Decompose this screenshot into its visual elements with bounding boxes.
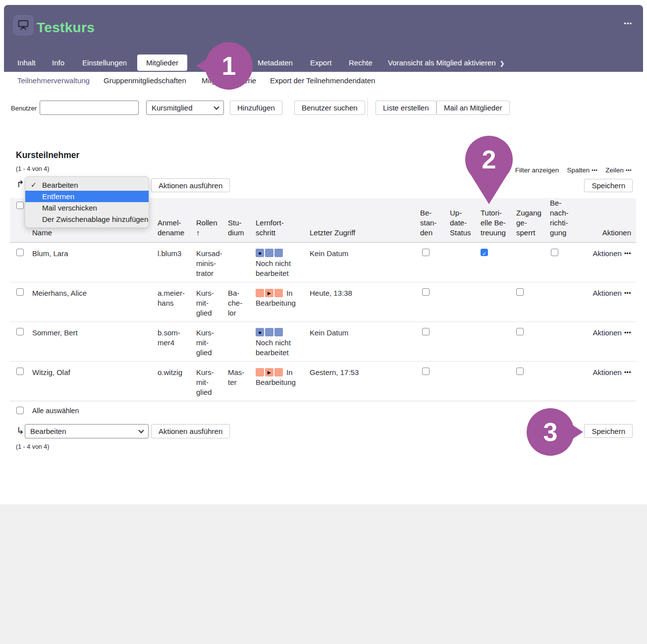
row-actions-link[interactable]: Aktionen••• <box>593 288 636 298</box>
subnav-teilnehmerverwaltung[interactable]: Teilnehmerverwaltung <box>17 76 90 85</box>
col-header-update-status[interactable]: Up- date- Status <box>450 208 481 243</box>
columns-link[interactable]: Spalten••• <box>567 166 597 174</box>
col-header-benachrichtigung[interactable]: Be- nach- richti- gung <box>550 198 592 243</box>
role-select-value: Kursmitglied <box>152 104 193 112</box>
divider <box>367 98 368 117</box>
svg-text:3: 3 <box>543 418 558 446</box>
row-select-checkbox[interactable] <box>16 368 24 375</box>
col-header-anmeldename[interactable]: Anmel- dename <box>158 218 196 243</box>
passed-checkbox[interactable] <box>422 288 430 296</box>
access-locked-checkbox[interactable] <box>516 288 524 296</box>
menu-item-zwischenablage[interactable]: Der Zwischenablage hinzufügen <box>25 214 149 225</box>
tab-inhalt[interactable]: Inhalt <box>17 54 36 71</box>
rows-link[interactable]: Zeilen••• <box>605 166 632 174</box>
access-locked-checkbox[interactable] <box>516 328 524 335</box>
presentation-board-icon <box>17 19 30 32</box>
learning-progress: Noch nicht bearbeitet <box>256 328 305 358</box>
tab-mitglieder-active[interactable]: Mitglieder <box>137 54 187 71</box>
callout-pin-2: 2 <box>464 136 514 204</box>
menu-item-mail-verschicken[interactable]: Mail verschicken <box>25 202 149 214</box>
benutzer-input[interactable] <box>40 101 139 115</box>
col-header-letzter-zugriff[interactable]: Letzter Zugriff <box>310 228 420 243</box>
row-actions-link[interactable]: Aktionen••• <box>593 328 636 338</box>
result-count-bottom: (1 - 4 von 4) <box>16 443 49 450</box>
row-actions-link[interactable]: Aktionen••• <box>593 249 636 259</box>
save-button-top[interactable]: Speichern <box>584 179 633 192</box>
passed-checkbox[interactable] <box>422 328 430 335</box>
table-row: Witzig, Olaf o.witzig Kurs- mit- glied M… <box>10 362 636 401</box>
mail-members-button[interactable]: Mail an Mitglieder <box>436 101 510 115</box>
tab-export[interactable]: Export <box>310 54 331 71</box>
tab-info[interactable]: Info <box>52 54 64 71</box>
col-header-rollen[interactable]: Rollen↑ <box>196 218 228 243</box>
member-name: Witzig, Olaf <box>32 368 158 377</box>
row-select-checkbox[interactable] <box>16 249 24 256</box>
row-select-checkbox[interactable] <box>16 288 24 296</box>
role-select[interactable]: Kursmitglied <box>146 101 224 115</box>
section-title: Kursteilnehmer <box>16 150 79 161</box>
filter-link[interactable]: Filter anzeigen <box>515 166 559 174</box>
learning-progress: In Bearbeitung <box>256 368 305 387</box>
last-access: Heute, 13:38 <box>310 288 420 298</box>
table-row: Meierhans, Alice a.meier- hans Kurs- mit… <box>10 282 636 322</box>
check-icon: ✓ <box>31 179 37 191</box>
col-header-lernfortschritt[interactable]: Lernfort- schritt <box>256 218 310 243</box>
member-username: o.witzig <box>158 368 196 377</box>
members-table: Name Anmel- dename Rollen↑ Stu- dium Ler… <box>10 198 636 401</box>
subnav-gruppenmitgliedschaften[interactable]: Gruppenmitgliedschaften <box>104 76 186 85</box>
tab-einstellungen[interactable]: Einstellungen <box>82 54 127 71</box>
col-header-bestanden[interactable]: Be- stan- den <box>420 208 450 243</box>
learning-progress: In Bearbeitung <box>256 288 305 308</box>
save-button-bottom[interactable]: Speichern <box>584 424 633 438</box>
passed-checkbox[interactable] <box>422 368 430 375</box>
add-button[interactable]: Hinzufügen <box>230 101 282 115</box>
col-header-tutorielle-betreuung[interactable]: Tutori- elle Be- treuung <box>481 208 516 243</box>
chevron-right-icon: ❯ <box>500 60 505 67</box>
more-options-icon[interactable]: ••• <box>624 20 632 27</box>
subnav-export-teilnehmendendaten[interactable]: Export der Teilnehmendendaten <box>270 76 375 85</box>
last-access: Kein Datum <box>310 328 420 338</box>
progress-label: Noch nicht bearbeitet <box>256 338 291 357</box>
table-view-controls: Filter anzeigen Spalten••• Zeilen••• <box>515 166 632 174</box>
member-name: Blum, Lara <box>32 249 158 259</box>
menu-item-bearbeiten[interactable]: ✓Bearbeiten <box>25 179 149 191</box>
page-title: Testkurs <box>37 20 95 36</box>
progress-squares-icon <box>256 289 283 297</box>
member-studies: Ba- che- lor <box>228 288 256 318</box>
last-access: Kein Datum <box>310 249 420 259</box>
member-name: Sommer, Bert <box>32 328 158 338</box>
callout-pin-3: 3 <box>526 407 583 457</box>
bulk-action-select-value: Bearbeiten <box>30 427 66 435</box>
create-list-button[interactable]: Liste erstellen <box>376 101 436 115</box>
tutoring-checkbox[interactable] <box>481 249 488 256</box>
menu-item-entfernen[interactable]: Entfernen <box>25 191 149 202</box>
col-header-studium[interactable]: Stu- dium <box>228 218 256 243</box>
row-actions-link[interactable]: Aktionen••• <box>593 368 636 377</box>
col-header-name[interactable]: Name <box>32 228 158 243</box>
benutzer-label: Benutzer <box>11 105 37 112</box>
member-role: Kursad- minis- trator <box>196 249 228 278</box>
execute-actions-button-top[interactable]: Aktionen ausführen <box>151 178 230 192</box>
notification-checkbox[interactable] <box>551 249 558 256</box>
member-username: b.som- mer4 <box>158 328 196 348</box>
callout-pin-1: 1 <box>196 41 253 91</box>
progress-squares-icon <box>256 249 305 257</box>
select-all-bottom-checkbox[interactable] <box>16 407 24 414</box>
last-access: Gestern, 17:53 <box>310 368 420 377</box>
row-select-checkbox[interactable] <box>16 328 24 335</box>
progress-squares-icon <box>256 328 305 336</box>
preview-as-member-link[interactable]: Voransicht als Mitglied aktivieren❯ <box>388 54 505 71</box>
member-username: a.meier- hans <box>158 288 196 308</box>
select-all-checkbox[interactable] <box>16 202 24 209</box>
member-studies: Mas- ter <box>228 368 256 387</box>
col-header-zugang-gesperrt[interactable]: Zugang ge- sperrt <box>516 208 550 243</box>
execute-actions-button-bottom[interactable]: Aktionen ausführen <box>151 424 230 438</box>
member-name: Meierhans, Alice <box>32 288 158 298</box>
passed-checkbox[interactable] <box>422 249 430 256</box>
access-locked-checkbox[interactable] <box>516 368 524 375</box>
tab-metadaten[interactable]: Metadaten <box>258 54 293 71</box>
course-header: Testkurs ••• Inhalt Info Einstellungen M… <box>4 5 643 72</box>
bulk-action-select[interactable]: Bearbeiten <box>25 424 149 438</box>
tab-rechte[interactable]: Rechte <box>349 54 373 71</box>
search-users-button[interactable]: Benutzer suchen <box>294 101 365 115</box>
